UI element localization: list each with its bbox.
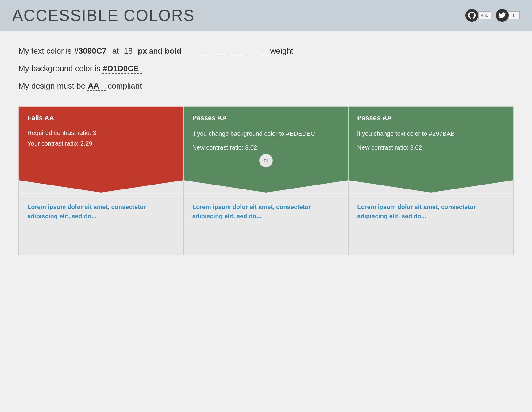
fail-card-header: Fails AA Required contrast ratio: 3 Your… [19, 107, 183, 180]
pass-bg-description: if you change background color to #EDEDE… [192, 129, 340, 138]
pass-bg-detail1-label: New contrast ratio: [192, 144, 244, 151]
pass-bg-card-header: Passes AA if you change background color… [184, 107, 349, 180]
line3: My design must be AA AAA compliant [18, 81, 514, 91]
pass-bg-chevron [184, 180, 349, 193]
pass-text-description: if you change text color to #297BAB [357, 129, 505, 138]
line1-end: weight [270, 46, 293, 56]
line1: My text color is at px and weight [18, 46, 514, 56]
pass-bg-card: Passes AA if you change background color… [184, 106, 349, 255]
fail-your-ratio: Your contrast ratio: 2.29 [27, 140, 175, 147]
fail-detail1-value: 3 [93, 129, 96, 136]
pass-text-status-label: Passes AA [357, 114, 505, 122]
github-icon[interactable] [465, 9, 478, 22]
header-icons: 455 0 [465, 9, 520, 22]
fail-required-ratio: Required contrast ratio: 3 [27, 129, 175, 136]
github-count: 455 [478, 11, 491, 19]
font-size-input[interactable] [121, 46, 136, 56]
fail-card: Fails AA Required contrast ratio: 3 Your… [18, 106, 184, 255]
fail-lorem: Lorem ipsum dolor sit amet, consectetur … [27, 202, 175, 221]
page-title: ACCESSIBLE COLORS [12, 6, 195, 25]
pass-text-card-header: Passes AA if you change text color to #2… [349, 107, 513, 180]
or-label: or [259, 154, 273, 167]
line1-mid: at [112, 46, 119, 56]
px-label: px [138, 46, 147, 56]
pass-text-card-body: Lorem ipsum dolor sit amet, consectetur … [349, 194, 513, 255]
pass-text-detail1-label: New contrast ratio: [357, 144, 408, 151]
line3-prefix: My design must be [18, 81, 85, 91]
line1-suf: and [149, 46, 162, 56]
pass-text-card: Passes AA if you change text color to #2… [349, 106, 514, 255]
pass-text-lorem: Lorem ipsum dolor sit amet, consectetur … [357, 202, 505, 221]
text-color-input[interactable] [73, 46, 110, 56]
font-weight-input[interactable] [164, 46, 268, 56]
fail-detail2-label: Your contrast ratio: [27, 140, 79, 147]
fail-detail1-label: Required contrast ratio: [27, 129, 91, 136]
line3-suffix: compliant [108, 81, 142, 91]
fail-chevron [19, 180, 183, 193]
pass-text-chevron [349, 180, 513, 193]
github-button[interactable]: 455 [465, 9, 491, 22]
fail-status-label: Fails AA [27, 114, 175, 122]
results-section: Fails AA Required contrast ratio: 3 Your… [18, 106, 514, 255]
fail-card-body: Lorem ipsum dolor sit amet, consectetur … [19, 194, 183, 255]
twitter-button[interactable]: 0 [496, 9, 520, 22]
bg-color-input[interactable] [102, 64, 142, 74]
pass-bg-status-label: Passes AA [192, 114, 340, 122]
compliance-select[interactable]: AA AAA [87, 81, 106, 91]
pass-bg-detail1-value: 3.02 [245, 144, 257, 151]
twitter-count: 0 [509, 11, 520, 19]
line2: My background color is [18, 64, 514, 74]
input-section: My text color is at px and weight My bac… [18, 46, 514, 91]
header: ACCESSIBLE COLORS 455 0 [0, 0, 532, 31]
line2-prefix: My background color is [18, 64, 100, 73]
fail-detail2-value: 2.29 [80, 140, 92, 147]
twitter-icon[interactable] [496, 9, 509, 22]
pass-bg-card-body: Lorem ipsum dolor sit amet, consectetur … [184, 194, 349, 255]
pass-bg-ratio: New contrast ratio: 3.02 [192, 144, 340, 151]
pass-text-detail1-value: 3.02 [410, 144, 422, 151]
pass-bg-lorem: Lorem ipsum dolor sit amet, consectetur … [192, 202, 340, 221]
line1-prefix: My text color is [18, 46, 71, 56]
pass-text-ratio: New contrast ratio: 3.02 [357, 144, 505, 151]
main-content: My text color is at px and weight My bac… [0, 31, 532, 274]
